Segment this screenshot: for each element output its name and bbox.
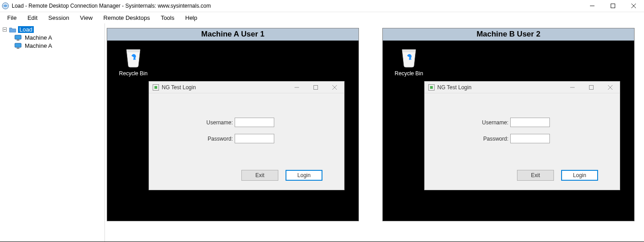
exit-button[interactable]: Exit	[517, 170, 554, 181]
dialog-minimize-button[interactable]	[287, 82, 306, 93]
tree-item-label[interactable]: Machine A	[23, 42, 54, 49]
svg-rect-10	[17, 48, 19, 49]
window-title: Load - Remote Desktop Connection Manager…	[12, 3, 211, 9]
svg-rect-7	[15, 35, 21, 39]
remote-desktop-screen[interactable]: Recycle Bin NG Test Login	[383, 41, 634, 221]
recycle-bin[interactable]: Recycle Bin	[117, 46, 150, 77]
login-dialog-icon	[428, 84, 435, 91]
recycle-bin-label: Recycle Bin	[393, 70, 425, 77]
username-label: Username:	[474, 119, 508, 126]
username-input[interactable]	[510, 118, 550, 127]
recycle-bin-label: Recycle Bin	[117, 70, 150, 77]
login-dialog-title: NG Test Login	[437, 84, 472, 91]
tree-collapse-icon[interactable]	[2, 27, 7, 32]
monitor-icon	[14, 35, 22, 41]
login-dialog-title: NG Test Login	[162, 84, 196, 91]
password-input[interactable]	[510, 134, 550, 143]
svg-rect-13	[314, 85, 318, 89]
window-maximize-button[interactable]	[603, 0, 623, 12]
monitor-icon	[14, 43, 22, 49]
desktop-tile-title: Machine B User 2	[383, 28, 634, 41]
username-label: Username:	[199, 119, 233, 126]
svg-rect-11	[154, 86, 157, 89]
password-input[interactable]	[235, 134, 274, 143]
username-input[interactable]	[235, 118, 274, 127]
remote-desktop-screen[interactable]: Recycle Bin NG Test Login	[107, 41, 358, 221]
dialog-close-button[interactable]	[601, 82, 620, 93]
desktop-tile-title: Machine A User 1	[107, 28, 358, 41]
tree-root[interactable]: Load	[0, 25, 104, 33]
login-button[interactable]: Login	[286, 170, 322, 181]
menu-tools[interactable]: Tools	[155, 13, 180, 23]
connection-tree: Load Machine A Machin	[0, 23, 105, 242]
menu-view[interactable]: View	[75, 13, 98, 23]
svg-rect-18	[590, 85, 594, 89]
login-dialog: NG Test Login	[149, 81, 345, 190]
svg-rect-16	[430, 86, 433, 89]
exit-button[interactable]: Exit	[241, 170, 278, 181]
menu-help[interactable]: Help	[180, 13, 203, 23]
login-dialog-icon	[153, 84, 159, 91]
svg-rect-8	[17, 40, 19, 41]
desktop-tile[interactable]: Machine B User 2 Recycle Bin	[382, 28, 635, 221]
tree-item[interactable]: Machine A	[0, 41, 104, 50]
menu-file[interactable]: File	[2, 13, 22, 23]
desktop-client-area: Machine A User 1 Recycle Bin	[105, 23, 644, 242]
svg-rect-2	[611, 4, 615, 8]
dialog-minimize-button[interactable]	[563, 82, 582, 93]
window-minimize-button[interactable]	[582, 0, 603, 12]
recycle-bin[interactable]: Recycle Bin	[393, 46, 425, 77]
app-icon	[2, 2, 9, 9]
menu-edit[interactable]: Edit	[22, 13, 43, 23]
login-dialog-titlebar[interactable]: NG Test Login	[425, 82, 620, 93]
tree-root-label[interactable]: Load	[18, 26, 34, 33]
login-button[interactable]: Login	[561, 170, 598, 181]
dialog-maximize-button[interactable]	[582, 82, 601, 93]
password-label: Password:	[474, 136, 508, 142]
menu-session[interactable]: Session	[43, 13, 74, 23]
password-label: Password:	[199, 136, 233, 142]
svg-rect-9	[15, 43, 21, 47]
recycle-bin-icon	[399, 46, 418, 68]
desktop-tile[interactable]: Machine A User 1 Recycle Bin	[107, 28, 359, 221]
dialog-maximize-button[interactable]	[306, 82, 325, 93]
menu-remote-desktops[interactable]: Remote Desktops	[98, 13, 155, 23]
window-close-button[interactable]	[623, 0, 644, 12]
window-titlebar: Load - Remote Desktop Connection Manager…	[0, 0, 644, 12]
dialog-close-button[interactable]	[325, 82, 344, 93]
recycle-bin-icon	[124, 46, 143, 68]
tree-item-label[interactable]: Machine A	[23, 34, 54, 41]
folder-icon	[9, 27, 16, 32]
tree-item[interactable]: Machine A	[0, 33, 104, 41]
login-dialog: NG Test Login	[424, 81, 620, 190]
login-dialog-titlebar[interactable]: NG Test Login	[149, 82, 344, 93]
menubar: File Edit Session View Remote Desktops T…	[0, 12, 644, 23]
